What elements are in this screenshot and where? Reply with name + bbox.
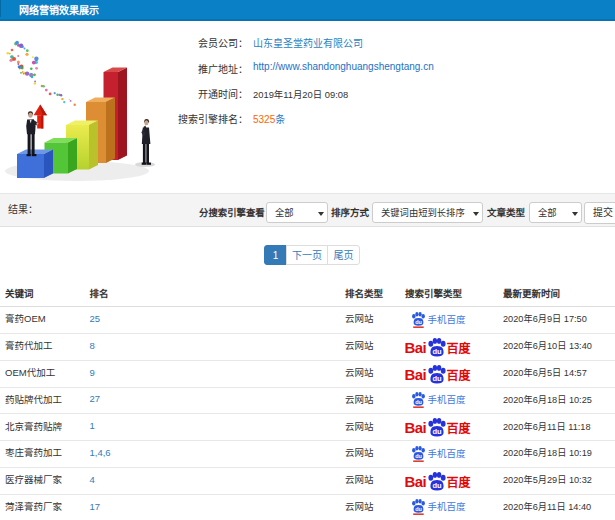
svg-text:du: du (415, 507, 422, 513)
svg-text:Bai: Bai (405, 366, 426, 383)
svg-text:du: du (415, 319, 422, 325)
svg-text:Bai: Bai (405, 473, 426, 490)
svg-text:du: du (432, 347, 442, 356)
svg-text:手机百度: 手机百度 (428, 448, 467, 459)
svg-text:du: du (432, 374, 442, 383)
svg-text:手机百度: 手机百度 (428, 314, 467, 325)
svg-text:手机百度: 手机百度 (428, 395, 467, 406)
svg-text:du: du (432, 481, 442, 490)
svg-text:百度: 百度 (447, 368, 472, 383)
svg-text:百度: 百度 (447, 341, 472, 356)
svg-text:手机百度: 手机百度 (428, 502, 467, 513)
svg-text:du: du (415, 399, 422, 405)
svg-text:Bai: Bai (405, 339, 426, 356)
svg-text:百度: 百度 (447, 421, 472, 436)
svg-text:du: du (432, 427, 442, 436)
svg-text:Bai: Bai (405, 419, 426, 436)
svg-text:du: du (415, 453, 422, 459)
svg-text:百度: 百度 (447, 475, 472, 490)
